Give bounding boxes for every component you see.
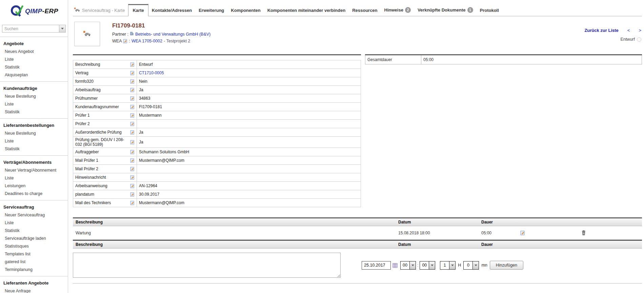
edit-icon[interactable] (520, 231, 525, 235)
breadcrumb-label: Serviceauftrag - Karte (82, 8, 125, 13)
details-value: Mustermann (139, 113, 162, 118)
tab[interactable]: Komponenten (227, 5, 264, 16)
tab[interactable]: Hinweise 2 (381, 4, 414, 16)
sidebar-item[interactable]: Neuer Vertrag/Abonnement (0, 166, 68, 174)
search-input[interactable] (2, 25, 59, 33)
back-to-list-link[interactable]: Zurück zur Liste (584, 28, 618, 33)
details-label: plandatum (75, 192, 130, 197)
edit-icon[interactable] (130, 79, 135, 84)
tab[interactable]: Verknüpfte Dokumente 1 (414, 4, 477, 16)
details-table: Beschreibung (73, 60, 361, 207)
content-columns: Beschreibung (73, 54, 642, 207)
edit-icon[interactable] (130, 175, 135, 180)
sidebar-item[interactable]: Neue Bestellung (0, 129, 68, 137)
edit-icon[interactable] (130, 88, 135, 92)
sidebar-item[interactable]: Statistisques (0, 242, 68, 250)
sidebar-item[interactable]: Neue Anfrage (0, 287, 68, 293)
sidebar-item[interactable]: Neuer Serviceauftrag (0, 211, 68, 219)
duration-minutes-select[interactable]: 0 (463, 261, 479, 270)
edit-icon[interactable] (130, 192, 135, 197)
column-header-beschreibung: Beschreibung (73, 242, 398, 247)
edit-icon[interactable] (130, 96, 135, 101)
hour-select[interactable]: 00 (400, 261, 416, 270)
sidebar-item[interactable]: Neue Bestellung (0, 92, 68, 100)
sidebar-item[interactable]: Liste (0, 174, 68, 182)
details-value: FI1709-0181 (139, 104, 162, 109)
edit-icon[interactable] (130, 150, 135, 154)
trash-icon[interactable] (581, 230, 586, 235)
minute-select[interactable]: 00 (420, 261, 435, 270)
details-value: Mustermann@QIMP.com (139, 200, 184, 205)
tab[interactable]: Komponenten miteinander verbinden (264, 5, 349, 16)
document-header: FI1709-0181 Partner : Betriebs- und Verw… (73, 22, 642, 46)
edit-icon[interactable] (123, 39, 127, 43)
edit-icon[interactable] (130, 184, 135, 188)
sidebar-item[interactable]: Statistik (0, 63, 68, 71)
tab-label: Komponenten miteinander verbinden (267, 8, 345, 13)
sidebar-section-items: Neues AngebotListeStatistikAkquiseplan (0, 47, 68, 79)
sidebar-item[interactable]: Statistik (0, 227, 68, 234)
next-record-link[interactable]: > (639, 28, 641, 33)
edit-icon[interactable] (130, 62, 135, 67)
sidebar-item[interactable]: Liste (0, 55, 68, 63)
details-row: plandatum 3 (73, 190, 361, 199)
qimp-logo-icon (10, 3, 24, 19)
duration-hours-value: 1 (440, 261, 449, 269)
details-label: Prüfer 1 (75, 113, 130, 118)
sidebar-item[interactable]: Statistik (0, 145, 68, 153)
hinzufuegen-button[interactable]: Hinzufügen (490, 261, 523, 270)
edit-icon[interactable] (130, 130, 135, 135)
tab[interactable]: Protokoll (477, 5, 502, 16)
sidebar-item[interactable]: gatered list (0, 258, 68, 266)
tab[interactable]: Karte (128, 4, 148, 16)
edit-icon[interactable] (130, 122, 135, 126)
details-value: CT1710-0005 (139, 71, 164, 75)
tab[interactable]: Kontakte/Adressen (148, 5, 195, 16)
partner-link[interactable]: Betriebs- und Verwaltungs GmbH (B&V) (135, 32, 210, 37)
calendar-icon[interactable] (393, 263, 398, 268)
edit-icon[interactable] (130, 201, 135, 205)
date-input[interactable] (362, 261, 391, 270)
wea-link[interactable]: WEA 1705-0002 (132, 39, 162, 43)
tab[interactable]: Erweiterung (195, 5, 227, 16)
details-label-cell: Kundenauftragsnummer (73, 103, 137, 111)
sidebar-item[interactable]: Leistungen (0, 182, 68, 190)
details-value-cell: Ja (137, 137, 361, 148)
truck-icon (83, 31, 91, 37)
duration-hours-select[interactable]: 1 (440, 261, 456, 270)
interventions-rows: Wartung 15.08.2018 18:00 05:00 (73, 226, 642, 240)
sidebar-item[interactable]: Akquiseplan (0, 71, 68, 79)
sidebar-item[interactable]: Serviceaufträge laden (0, 234, 68, 242)
tab[interactable]: Ressourcen (349, 5, 381, 16)
sidebar-item[interactable]: Liste (0, 219, 68, 227)
edit-icon[interactable] (130, 71, 135, 75)
sidebar-item[interactable]: Templates list (0, 250, 68, 258)
edit-icon[interactable] (130, 105, 135, 109)
details-label-cell: Prüfnummer (73, 94, 137, 103)
sidebar-item[interactable]: Statistik (0, 108, 68, 116)
details-row: Prüfer 2 (73, 120, 361, 128)
previous-record-link[interactable]: < (627, 28, 630, 33)
details-label-cell: Prüfung gem. DGUV I 208-032 (BGI 5189) (73, 137, 137, 148)
beschreibung-textarea[interactable] (73, 253, 341, 278)
sidebar-item[interactable]: Deadlines to charge (0, 190, 68, 197)
edit-icon[interactable] (130, 167, 135, 171)
add-intervention-header: Beschreibung Datum Dauer (73, 240, 642, 249)
status-label: Entwurf (621, 37, 635, 42)
sidebar-item[interactable]: Terminplanung (0, 266, 68, 273)
navigation: Zurück zur Liste < > (584, 28, 641, 33)
search-dropdown-button[interactable] (59, 25, 66, 33)
edit-icon[interactable] (130, 158, 135, 163)
sidebar-item[interactable]: Liste (0, 137, 68, 145)
intervention-dauer: 05:00 (481, 231, 520, 235)
sidebar-section-title: Serviceauftrag (0, 202, 68, 211)
edit-icon[interactable] (130, 140, 135, 144)
edit-icon[interactable] (130, 113, 135, 118)
sidebar-item[interactable]: Neues Angebot (0, 47, 68, 55)
details-label: Prüfnummer (75, 96, 130, 101)
sidebar-item[interactable]: Liste (0, 100, 68, 108)
details-value: Entwurf (139, 62, 153, 67)
tab-label: Protokoll (480, 8, 499, 13)
tab-label: Karte (133, 8, 144, 13)
details-value-cell: Entwurf (137, 60, 361, 69)
